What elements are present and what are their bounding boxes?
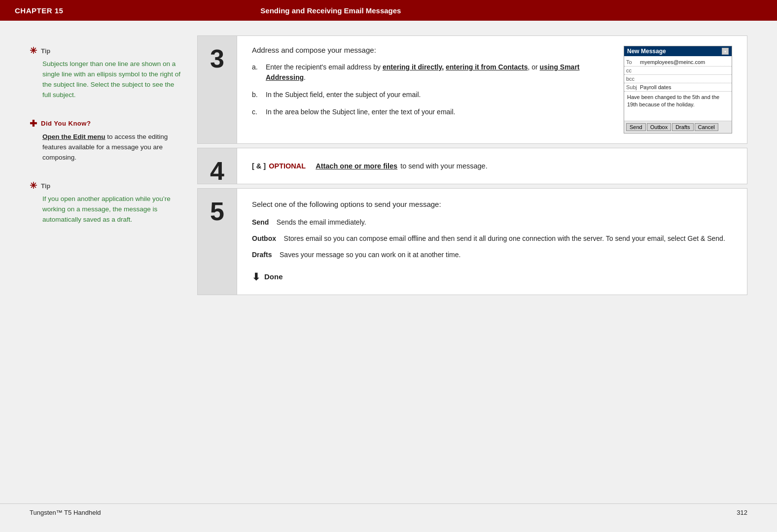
step-5-content: Select one of the following options to s… [237, 189, 747, 295]
sidebar-dyk-header: ✚ Did You Know? [30, 118, 182, 129]
step-3-item-b-text: In the Subject field, enter the subject … [266, 90, 421, 100]
dyk-text: Open the Edit menu to access the editing… [30, 132, 182, 163]
step-3-content: Address and compose your message: a. Ent… [237, 36, 747, 143]
chapter-label: CHAPTER 15 [15, 6, 63, 15]
sidebar-tip-1-header: ✳ Tip [30, 45, 182, 56]
step-3-list: a. Enter the recipient's email address b… [252, 62, 609, 117]
subj-value: Payroll dates [640, 84, 730, 90]
outbox-option-label: Outbox [252, 234, 276, 242]
drafts-button[interactable]: Drafts [672, 123, 693, 131]
outbox-option-text: Stores email so you can compose email of… [284, 234, 725, 242]
step-3-item-c-text: In the area below the Subject line, ente… [266, 107, 455, 117]
bracket-label: [ & ] [252, 162, 266, 170]
tip-2-text: If you open another application while yo… [30, 194, 182, 225]
step-4-text-row: [ & ] OPTIONAL Attach one or more files … [252, 158, 488, 174]
cc-label: cc [626, 67, 640, 73]
step-5-option-outbox: Outbox Stores email so you can compose e… [252, 233, 725, 244]
send-option-text: Sends the email immediately. [277, 218, 366, 226]
chapter-title: Sending and Receiving Email Messages [260, 6, 401, 15]
main-content: 3 Address and compose your message: a. E… [197, 35, 747, 489]
step-5-number-col: 5 [198, 189, 237, 295]
done-arrow-icon: ⬇ [252, 269, 260, 285]
subj-label: Subj [626, 84, 640, 90]
email-buttons: Send Outbox Drafts Cancel [624, 121, 732, 133]
step-3-block: 3 Address and compose your message: a. E… [197, 35, 747, 144]
email-dialog-close-btn[interactable]: ▪ [722, 48, 729, 55]
step-3-item-a: a. Enter the recipient's email address b… [252, 62, 609, 83]
step-3-item-c: c. In the area below the Subject line, e… [252, 107, 609, 117]
email-dialog-body: To myemployees@meinc.com cc bcc Subj [624, 56, 732, 121]
email-body-area[interactable]: Have been changed to the 5th and the 19t… [624, 92, 732, 121]
step-4-number: 4 [210, 158, 224, 184]
asterisk-icon-2: ✳ [30, 180, 37, 191]
step-5-option-drafts: Drafts Saves your message so you can wor… [252, 250, 725, 260]
bcc-label: bcc [626, 76, 640, 82]
drafts-option-label: Drafts [252, 251, 272, 259]
step-3-item-b: b. In the Subject field, enter the subje… [252, 90, 609, 100]
sidebar-tip-2: ✳ Tip If you open another application wh… [30, 180, 182, 225]
edit-menu-link[interactable]: Open the Edit menu [42, 133, 106, 140]
optional-label: OPTIONAL [269, 162, 306, 170]
step-5-intro: Select one of the following options to s… [252, 199, 725, 210]
step-5-number: 5 [210, 199, 224, 224]
drafts-option-text: Saves your message so you can work on it… [280, 251, 460, 259]
tip-label-1: Tip [41, 47, 50, 55]
send-button[interactable]: Send [626, 123, 646, 131]
email-bcc-row: bcc [624, 75, 732, 83]
step-5-block: 5 Select one of the following options to… [197, 188, 747, 295]
send-option-label: Send [252, 218, 269, 226]
step-4-block: 4 [ & ] OPTIONAL Attach one or more file… [197, 148, 747, 184]
sidebar-tip-2-header: ✳ Tip [30, 180, 182, 191]
step-3-number: 3 [210, 46, 224, 71]
step-3-text: Address and compose your message: a. Ent… [252, 46, 609, 133]
cancel-button[interactable]: Cancel [695, 123, 718, 131]
to-value: myemployees@meinc.com [640, 59, 730, 65]
email-subj-row: Subj Payroll dates [624, 83, 732, 92]
page-footer: Tungsten™ T5 Handheld 312 [0, 503, 777, 521]
to-label: To [626, 59, 640, 65]
step-5-done: ⬇ Done [252, 269, 725, 285]
email-dialog: New Message ▪ To myemployees@meinc.com c… [624, 46, 732, 133]
step-4-content: [ & ] OPTIONAL Attach one or more files … [237, 148, 747, 184]
email-dialog-titlebar: New Message ▪ [624, 46, 732, 56]
step-4-text-after: to send with your message. [400, 162, 488, 170]
step-4-number-col: 4 [198, 148, 237, 184]
asterisk-icon-1: ✳ [30, 45, 37, 56]
page-header: CHAPTER 15 Sending and Receiving Email M… [0, 0, 777, 21]
step-5-text: Select one of the following options to s… [252, 199, 725, 285]
sidebar-dyk: ✚ Did You Know? Open the Edit menu to ac… [30, 118, 182, 163]
email-to-row: To myemployees@meinc.com [624, 58, 732, 66]
sidebar: ✳ Tip Subjects longer than one line are … [30, 35, 197, 489]
tip-1-text: Subjects longer than one line are shown … [30, 59, 182, 100]
step-5-option-send: Send Sends the email immediately. [252, 217, 725, 228]
outbox-button[interactable]: Outbox [647, 123, 671, 131]
entering-directly-link[interactable]: entering it directly, [383, 63, 444, 71]
dyk-label: Did You Know? [41, 120, 91, 127]
footer-page: 312 [737, 509, 747, 516]
plus-icon: ✚ [30, 118, 37, 129]
tip-label-2: Tip [41, 182, 50, 190]
email-dialog-title: New Message [627, 48, 666, 55]
footer-brand: Tungsten™ T5 Handheld [30, 509, 101, 516]
step-3-number-col: 3 [198, 36, 237, 143]
sidebar-tip-1: ✳ Tip Subjects longer than one line are … [30, 45, 182, 100]
entering-contacts-link[interactable]: entering it from Contacts [446, 63, 528, 71]
done-label: Done [264, 271, 283, 283]
step-3-title: Address and compose your message: [252, 46, 609, 54]
attach-files-link[interactable]: Attach one or more files [316, 162, 397, 170]
page-body: ✳ Tip Subjects longer than one line are … [0, 21, 777, 503]
email-cc-row: cc [624, 66, 732, 75]
